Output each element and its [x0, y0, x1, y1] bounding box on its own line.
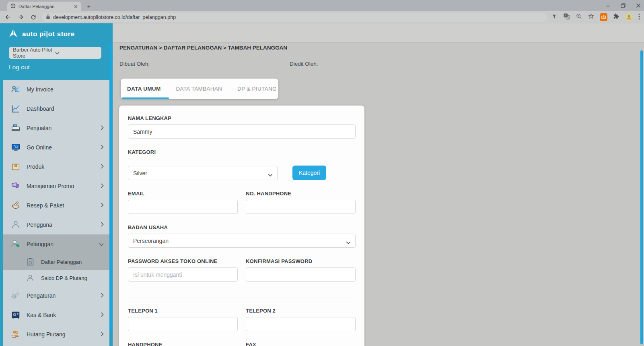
created-by-label: Dibuat Oleh: — [119, 61, 150, 67]
page-header-band — [113, 23, 644, 43]
main-content: PENGATURAN > DAFTAR PELANGGAN > TAMBAH P… — [113, 23, 644, 346]
coins-hand-icon — [10, 329, 21, 340]
sidebar-scrollbar[interactable] — [109, 42, 112, 331]
key-icon[interactable] — [551, 13, 558, 21]
badan-usaha-select[interactable]: Perseorangan — [128, 234, 356, 248]
person-icon — [10, 220, 21, 230]
kategori-label: KATEGORI — [128, 149, 356, 155]
app-logo: auto pi|ot store — [0, 23, 113, 40]
sidebar: auto pi|ot store Barber Auto Pilot Store… — [0, 23, 113, 346]
price-tag-icon: % — [10, 181, 21, 191]
password-input[interactable] — [128, 267, 238, 282]
konfirmasi-password-input[interactable] — [246, 267, 356, 282]
telepon-2-input[interactable] — [246, 317, 356, 331]
sidebar-item-go-online[interactable]: Go Online — [3, 138, 109, 157]
sidebar-item-kas-bank[interactable]: Kas & Bank — [3, 305, 109, 325]
forward-icon[interactable] — [15, 12, 26, 23]
browser-tab[interactable]: Daftar Pelanggan ✕ — [7, 2, 81, 11]
tab-title: Daftar Pelanggan — [19, 4, 71, 9]
clipboard-icon — [25, 257, 35, 267]
sidebar-item-dashboard[interactable]: Dashboard — [3, 99, 109, 118]
lock-icon — [46, 14, 50, 21]
sidebar-subitem-daftar-pelanggan[interactable]: Daftar Pelanggan — [3, 254, 109, 270]
sidebar-item-pengaturan[interactable]: Pengaturan — [3, 286, 109, 305]
nama-lengkap-label: NAMA LENGKAP — [128, 115, 356, 121]
tab-close-icon[interactable]: ✕ — [74, 4, 78, 9]
close-icon[interactable] — [636, 3, 641, 8]
chevron-right-icon — [101, 163, 104, 170]
sidebar-item-resep-paket[interactable]: Resep & Paket — [3, 196, 109, 215]
fax-label: FAX — [246, 342, 356, 346]
puzzle-icon[interactable] — [613, 13, 619, 21]
profile-avatar[interactable] — [625, 13, 633, 21]
minimize-icon[interactable] — [606, 4, 610, 8]
active-tab-underline — [122, 97, 169, 99]
no-handphone-label: NO. HANDPHONE — [246, 191, 356, 197]
nama-lengkap-input[interactable] — [128, 124, 356, 139]
chevron-right-icon — [101, 124, 104, 132]
sidebar-menu: My Invoice Dashboard Penjualan Go Online… — [3, 80, 109, 346]
package-icon — [10, 162, 21, 172]
zoom-icon[interactable] — [576, 13, 582, 21]
no-handphone-input[interactable] — [246, 200, 356, 214]
chevron-down-icon — [99, 240, 104, 248]
browser-toolbar: development.autopilotstore.co.id/daftar_… — [0, 11, 644, 23]
telepon-1-input[interactable] — [128, 317, 238, 331]
mortar-pestle-icon — [10, 200, 21, 211]
chevron-right-icon — [101, 292, 104, 299]
sidebar-item-my-invoice[interactable]: My Invoice — [3, 80, 109, 99]
chevron-right-icon — [101, 144, 104, 151]
cash-register-icon — [10, 123, 21, 133]
badan-usaha-label: BADAN USAHA — [128, 224, 356, 230]
star-icon[interactable] — [588, 13, 595, 21]
edited-by-label: Diedit Oleh: — [290, 61, 318, 67]
sidebar-item-manajemen-promo[interactable]: % Manajemen Promo — [3, 176, 109, 196]
person-bag-icon — [10, 239, 21, 249]
tab-data-tambahan[interactable]: DATA TAMBAHAN — [176, 86, 222, 92]
person-icon — [25, 273, 35, 283]
url-bar[interactable]: development.autopilotstore.co.id/daftar_… — [42, 13, 547, 22]
safe-icon — [10, 310, 21, 320]
kategori-button[interactable]: Kategori — [292, 166, 326, 180]
logo-text: auto pi|ot store — [22, 30, 75, 38]
logout-link[interactable]: Log out — [9, 64, 30, 71]
dashboard-chart-icon — [10, 104, 21, 114]
translate-icon[interactable]: A文 — [563, 13, 570, 22]
extension-orange-icon[interactable] — [600, 13, 607, 21]
sidebar-item-pelanggan[interactable]: Pelanggan — [3, 234, 109, 254]
gears-icon — [10, 290, 21, 301]
chevron-right-icon — [101, 221, 104, 228]
section-divider — [128, 298, 356, 298]
browser-titlebar: Daftar Pelanggan ✕ + — [0, 0, 644, 11]
back-icon[interactable] — [2, 12, 13, 23]
chevron-down-icon — [55, 50, 97, 56]
chevron-right-icon — [101, 202, 104, 209]
new-tab-button[interactable]: + — [85, 3, 93, 10]
telepon-2-label: TELEPON 2 — [246, 308, 356, 314]
email-label: EMAIL — [128, 191, 238, 197]
telepon-1-label: TELEPON 1 — [128, 308, 238, 314]
sidebar-item-penjualan[interactable]: Penjualan — [3, 118, 109, 138]
sidebar-item-pengguna[interactable]: Pengguna — [3, 215, 109, 234]
handphone-label: HANDPHONE — [128, 342, 238, 346]
kategori-select[interactable]: Silver — [128, 166, 278, 180]
chevron-right-icon — [101, 331, 104, 338]
sidebar-subitem-saldo-dp-piutang[interactable]: Saldo DP & Piutang — [3, 270, 109, 286]
email-input[interactable] — [128, 200, 238, 214]
paper-plane-logo — [8, 28, 19, 40]
sidebar-item-produk[interactable]: Produk — [3, 157, 109, 176]
konfirmasi-password-label: KONFIRMASI PASSWORD — [246, 258, 356, 264]
tab-dp-piutang[interactable]: DP & PIUTANG — [237, 86, 277, 92]
form-tabs: DATA UMUM DATA TAMBAHAN DP & PIUTANG — [121, 79, 278, 99]
kebab-menu-icon[interactable] — [638, 13, 640, 21]
store-selector[interactable]: Barber Auto Pilot Store — [9, 47, 101, 59]
chevron-right-icon — [101, 182, 104, 190]
customer-form-card: NAMA LENGKAP KATEGORI Silver Kategori EM… — [119, 106, 364, 346]
page-scrollbar[interactable] — [640, 50, 643, 344]
password-label: PASSWORD AKSES TOKO ONLINE — [128, 258, 238, 264]
sidebar-item-hutang-piutang[interactable]: Hutang Piutang — [3, 325, 109, 344]
restore-icon[interactable] — [621, 3, 625, 8]
globe-favicon — [10, 3, 16, 10]
tab-data-umum[interactable]: DATA UMUM — [127, 86, 160, 92]
refresh-icon[interactable] — [28, 12, 39, 23]
